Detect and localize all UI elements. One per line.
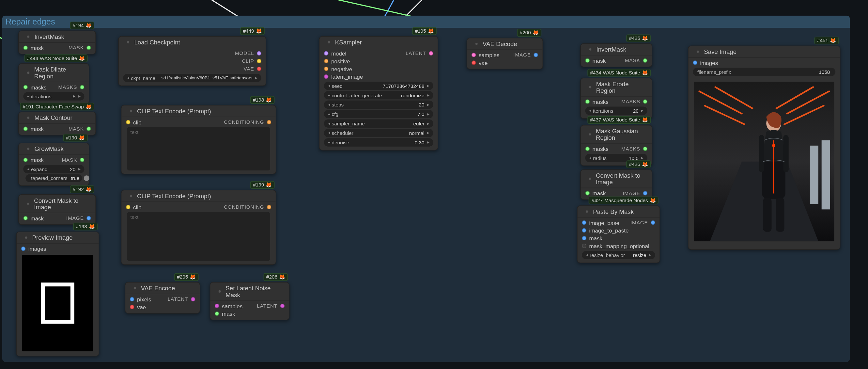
node-invertmask-1[interactable]: #194🦊 InvertMask mask MASK (18, 31, 96, 55)
node-growmask[interactable]: #190🦊 GrowMask mask MASK ◂ expand 20 ▸ t… (18, 143, 89, 186)
node-badge: #199🦊 (250, 181, 275, 189)
node-ksampler[interactable]: #195🦊 KSampler model LATENT positive neg… (319, 36, 439, 150)
fox-icon: 🦊 (266, 97, 272, 103)
node-title: Save Image (704, 48, 737, 55)
widget-filename-prefix[interactable]: filename_prefix 1058 (693, 67, 835, 76)
widget-sampler-name[interactable]: ◂sampler_nameeuler▸ (324, 119, 433, 128)
node-mask-contour[interactable]: #191Character Face Swap🦊 Mask Contour ma… (18, 112, 96, 136)
fox-icon: 🦊 (79, 56, 85, 61)
node-paste-by-mask[interactable]: #427Masquerade Nodes🦊 Paste By Mask imag… (577, 205, 660, 263)
widget-iterations[interactable]: ◂iterations20▸ (585, 107, 647, 115)
node-badge: #194🦊 (70, 22, 94, 29)
node-title: VAE Decode (483, 40, 517, 47)
widget-cfg[interactable]: ◂cfg7.0▸ (324, 110, 433, 118)
node-title: GrowMask (34, 145, 63, 152)
fox-icon: 🦊 (428, 28, 434, 34)
node-vae-encode[interactable]: #205🦊 VAE Encode pixels LATENT vae (125, 282, 200, 314)
fox-icon: 🦊 (642, 162, 648, 167)
fox-icon: 🦊 (642, 117, 648, 123)
node-title: Mask Dilate Region (34, 66, 81, 79)
node-badge: #444WAS Node Suite🦊 (24, 55, 88, 62)
svg-rect-13 (776, 198, 784, 231)
fox-icon: 🦊 (190, 274, 196, 280)
fox-icon: 🦊 (79, 135, 85, 140)
node-badge: #195🦊 (412, 27, 437, 35)
node-title: Mask Gaussian Region (596, 128, 644, 141)
node-title: InvertMask (34, 33, 64, 40)
widget-iterations[interactable]: ◂ iterations 5 ▸ (23, 92, 84, 101)
node-badge: #193🦊 (73, 223, 98, 231)
node-badge: #434WAS Node Suite🦊 (587, 69, 651, 77)
fox-icon: 🦊 (650, 198, 656, 203)
fox-icon: 🦊 (642, 70, 648, 76)
fox-icon: 🦊 (86, 104, 92, 109)
widget-ckpt-name[interactable]: ◂ ckpt_name sd1/realisticVisionV60B1_v51… (123, 74, 261, 82)
node-title: CLIP Text Encode (Prompt) (137, 193, 211, 199)
node-mask-dilate-region[interactable]: #444WAS Node Suite🦊 Mask Dilate Region m… (18, 63, 89, 105)
node-badge: #198🦊 (250, 96, 275, 104)
widget-prompt-text[interactable]: text (127, 127, 270, 170)
node-title: KSampler (335, 39, 362, 46)
node-badge: #427Masquerade Nodes🦊 (589, 197, 658, 204)
widget-steps[interactable]: ◂steps20▸ (324, 101, 433, 109)
node-title: VAE Encode (141, 285, 175, 291)
widget-seed[interactable]: ◂seed717872864732488▸ (324, 82, 433, 90)
node-convert-mask-to-image-2[interactable]: #426🦊 Convert Mask to Image mask IMAGE (580, 169, 652, 200)
node-set-latent-noise-mask[interactable]: #206🦊 Set Latent Noise Mask samples LATE… (210, 282, 290, 320)
svg-rect-12 (763, 198, 771, 231)
node-title: Mask Contour (34, 114, 72, 121)
node-badge: #437WAS Node Suite🦊 (587, 116, 651, 124)
node-vae-decode[interactable]: #200🦊 VAE Decode samples IMAGE vae (467, 38, 543, 69)
node-badge: #205🦊 (174, 273, 199, 281)
node-convert-mask-to-image-1[interactable]: #192🦊 Convert Mask to Image mask IMAGE (18, 194, 96, 225)
arrow-left-icon[interactable]: ◂ (27, 167, 30, 171)
fox-icon: 🦊 (89, 224, 95, 229)
node-title: CLIP Text Encode (Prompt) (137, 108, 211, 114)
widget-prompt-text[interactable]: text (127, 212, 270, 261)
node-mask-erode-region[interactable]: #434WAS Node Suite🦊 Mask Erode Region ma… (580, 78, 652, 119)
fox-icon: 🦊 (86, 23, 92, 28)
fox-icon: 🦊 (532, 30, 539, 36)
arrow-left-icon[interactable]: ◂ (127, 76, 130, 80)
arrow-left-icon[interactable]: ◂ (27, 94, 30, 98)
widget-scheduler[interactable]: ◂schedulernormal▸ (324, 129, 433, 137)
node-mask-gaussian-region[interactable]: #437WAS Node Suite🦊 Mask Gaussian Region… (580, 125, 652, 166)
node-title: InvertMask (596, 46, 626, 53)
node-badge: #190🦊 (63, 134, 88, 142)
widget-denoise[interactable]: ◂denoise0.30▸ (324, 138, 433, 147)
node-clip-text-encode-1[interactable]: #198🦊 CLIP Text Encode (Prompt) clip CON… (121, 105, 276, 174)
node-preview-image[interactable]: #193🦊 Preview Image images (16, 231, 99, 357)
widget-control-after-generate[interactable]: ◂control_after_generaterandomize▸ (324, 91, 433, 100)
node-badge: #426🦊 (626, 160, 651, 168)
widget-resize-behavior[interactable]: ◂resize_behaviorresize▸ (582, 251, 655, 259)
node-title: Load Checkpoint (134, 39, 180, 46)
node-title: Convert Mask to Image (596, 172, 644, 186)
arrow-right-icon[interactable]: ▸ (254, 76, 258, 80)
svg-rect-15 (783, 135, 788, 172)
node-title: Set Latent Noise Mask (225, 285, 281, 298)
widget-tapered-corners[interactable]: tapered_corners true (26, 174, 82, 182)
widget-expand[interactable]: ◂ expand 20 ▸ (23, 165, 84, 173)
svg-point-17 (772, 144, 775, 147)
node-title: Paste By Mask (593, 208, 634, 215)
svg-rect-8 (822, 140, 830, 210)
node-title: Mask Erode Region (596, 81, 644, 94)
group-title: Repair edges (5, 17, 55, 26)
arrow-right-icon[interactable]: ▸ (78, 94, 81, 98)
svg-rect-14 (759, 135, 764, 172)
preview-image-thumb (22, 255, 93, 351)
node-badge: #449🦊 (240, 27, 265, 35)
fox-icon: 🦊 (830, 38, 836, 44)
node-invertmask-2[interactable]: #425🦊 InvertMask mask MASK (580, 44, 652, 67)
generated-image-icon (694, 78, 834, 245)
arrow-right-icon[interactable]: ▸ (78, 167, 81, 171)
fox-icon: 🦊 (642, 36, 648, 41)
node-load-checkpoint[interactable]: #449🦊 Load Checkpoint MODEL CLIP VAE ◂ c… (118, 36, 266, 86)
node-badge: #451🦊 (814, 36, 839, 45)
save-image-thumb (694, 78, 834, 245)
fox-icon: 🦊 (256, 28, 262, 34)
svg-rect-7 (810, 146, 818, 204)
node-save-image[interactable]: #451🦊 Save Image images filename_prefix … (688, 46, 841, 250)
node-badge: #200🦊 (517, 29, 541, 36)
node-clip-text-encode-2[interactable]: #199🦊 CLIP Text Encode (Prompt) clip CON… (121, 190, 276, 265)
